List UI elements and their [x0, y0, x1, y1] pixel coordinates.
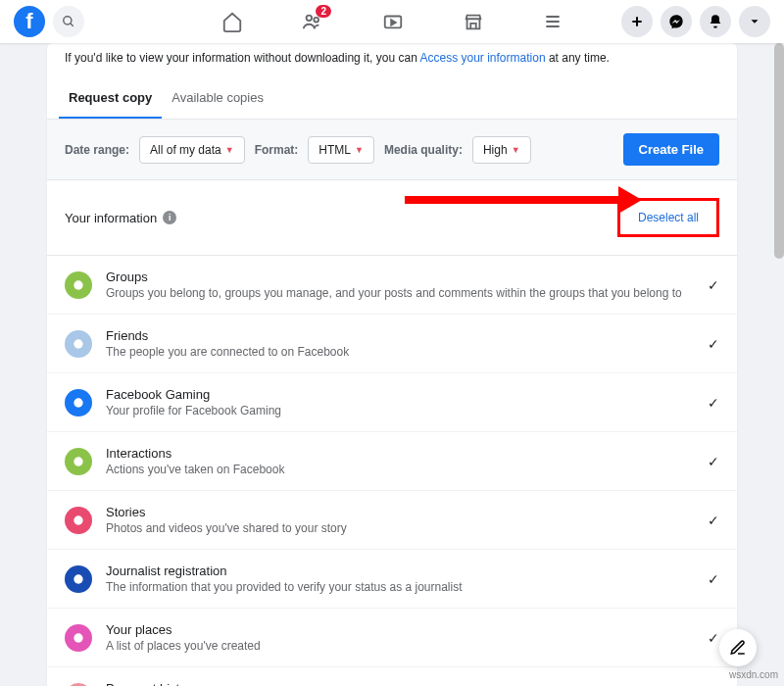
notifications-button[interactable]: [700, 6, 731, 37]
svg-line-1: [71, 24, 74, 26]
list-item[interactable]: Groups Groups you belong to, groups you …: [47, 256, 737, 315]
list-item[interactable]: Stories Photos and videos you've shared …: [47, 491, 737, 550]
item-desc: A list of places you've created: [106, 639, 261, 653]
caret-icon: ▼: [512, 145, 520, 155]
tabs: Request copy Available copies: [47, 78, 737, 120]
annotation-arrow: [405, 196, 620, 204]
svg-point-15: [74, 574, 82, 583]
check-icon[interactable]: ✓: [708, 571, 719, 587]
section-title: Your information: [65, 211, 157, 225]
svg-point-10: [74, 280, 82, 289]
create-file-button[interactable]: Create File: [623, 133, 719, 166]
list-item[interactable]: Your places A list of places you've crea…: [47, 609, 737, 667]
item-desc: Actions you've taken on Facebook: [106, 463, 284, 476]
nav-friends[interactable]: 2: [302, 11, 323, 32]
tab-available-copies[interactable]: Available copies: [162, 78, 273, 119]
section-header: Your information i Deselect all: [47, 180, 737, 256]
home-icon: [221, 11, 243, 32]
item-desc: The information that you provided to ver…: [106, 580, 463, 594]
svg-point-3: [314, 18, 318, 23]
access-info-link[interactable]: Access your information: [420, 51, 546, 65]
item-icon: [65, 507, 92, 534]
messenger-button[interactable]: [661, 6, 692, 37]
right-nav: [621, 6, 770, 37]
center-nav: 2: [221, 11, 563, 32]
item-desc: The people you are connected to on Faceb…: [106, 345, 349, 359]
item-title: Facebook Gaming: [106, 387, 281, 402]
marketplace-icon: [463, 11, 484, 32]
svg-point-14: [74, 515, 82, 524]
item-desc: Photos and videos you've shared to your …: [106, 521, 347, 535]
item-icon: [65, 330, 92, 358]
check-icon[interactable]: ✓: [708, 513, 719, 528]
bell-icon: [708, 14, 723, 29]
svg-point-2: [307, 16, 313, 21]
compose-button[interactable]: [719, 629, 757, 666]
nav-marketplace[interactable]: [463, 11, 484, 32]
caret-icon: ▼: [225, 145, 234, 155]
svg-point-11: [74, 339, 82, 348]
info-icon[interactable]: i: [163, 211, 176, 224]
list-item[interactable]: Payment history A history of payments th…: [47, 667, 737, 686]
watermark: wsxdn.com: [729, 669, 778, 680]
messenger-icon: [668, 14, 684, 29]
check-icon[interactable]: ✓: [708, 277, 719, 293]
search-button[interactable]: [53, 6, 84, 37]
item-desc: Your profile for Facebook Gaming: [106, 404, 281, 417]
item-desc: Groups you belong to, groups you manage,…: [106, 286, 682, 300]
nav-watch[interactable]: [382, 11, 404, 32]
content-area: If you'd like to view your information w…: [0, 43, 784, 686]
item-icon: [65, 624, 92, 652]
item-title: Interactions: [106, 446, 284, 461]
items-list: Groups Groups you belong to, groups you …: [47, 256, 737, 686]
item-title: Friends: [106, 328, 349, 343]
svg-point-12: [74, 398, 82, 407]
nav-home[interactable]: [221, 11, 243, 32]
item-icon: [65, 448, 92, 475]
item-icon: [65, 271, 92, 299]
compose-icon: [729, 639, 747, 657]
nav-menu[interactable]: [543, 12, 563, 31]
item-icon: [65, 565, 92, 593]
facebook-logo-icon[interactable]: f: [14, 6, 45, 37]
caret-icon: ▼: [355, 145, 364, 155]
watch-icon: [382, 11, 404, 32]
quality-label: Media quality:: [384, 143, 463, 157]
list-item[interactable]: Interactions Actions you've taken on Fac…: [47, 432, 737, 491]
format-label: Format:: [255, 143, 299, 157]
svg-point-13: [74, 457, 82, 466]
account-button[interactable]: [739, 6, 770, 37]
check-icon[interactable]: ✓: [708, 395, 719, 411]
search-icon: [62, 15, 75, 28]
item-title: Stories: [106, 505, 347, 519]
list-item[interactable]: Friends The people you are connected to …: [47, 315, 737, 373]
controls-row: Date range: All of my data▼ Format: HTML…: [47, 120, 737, 180]
item-icon: [65, 389, 92, 416]
item-title: Payment history: [106, 681, 409, 686]
tab-request-copy[interactable]: Request copy: [59, 78, 162, 119]
item-title: Groups: [106, 270, 682, 284]
item-title: Your places: [106, 622, 261, 637]
date-range-dropdown[interactable]: All of my data▼: [139, 136, 245, 164]
hint-text: If you'd like to view your information w…: [47, 43, 737, 78]
svg-point-16: [74, 633, 82, 642]
check-icon[interactable]: ✓: [708, 630, 719, 646]
date-range-label: Date range:: [65, 143, 129, 157]
scrollbar-thumb[interactable]: [774, 43, 784, 259]
list-item[interactable]: Journalist registration The information …: [47, 550, 737, 609]
item-title: Journalist registration: [106, 564, 463, 578]
quality-dropdown[interactable]: High▼: [472, 136, 531, 164]
svg-point-0: [64, 17, 72, 24]
create-button[interactable]: [621, 6, 653, 37]
hamburger-icon: [543, 12, 563, 31]
item-icon: [65, 683, 92, 687]
friends-badge: 2: [316, 5, 331, 18]
top-bar: f 2: [0, 0, 784, 43]
list-item[interactable]: Facebook Gaming Your profile for Faceboo…: [47, 373, 737, 432]
plus-icon: [629, 14, 645, 29]
check-icon[interactable]: ✓: [708, 454, 719, 469]
main-card: If you'd like to view your information w…: [47, 43, 737, 686]
format-dropdown[interactable]: HTML▼: [308, 136, 374, 164]
check-icon[interactable]: ✓: [708, 336, 719, 352]
chevron-down-icon: [748, 15, 761, 28]
